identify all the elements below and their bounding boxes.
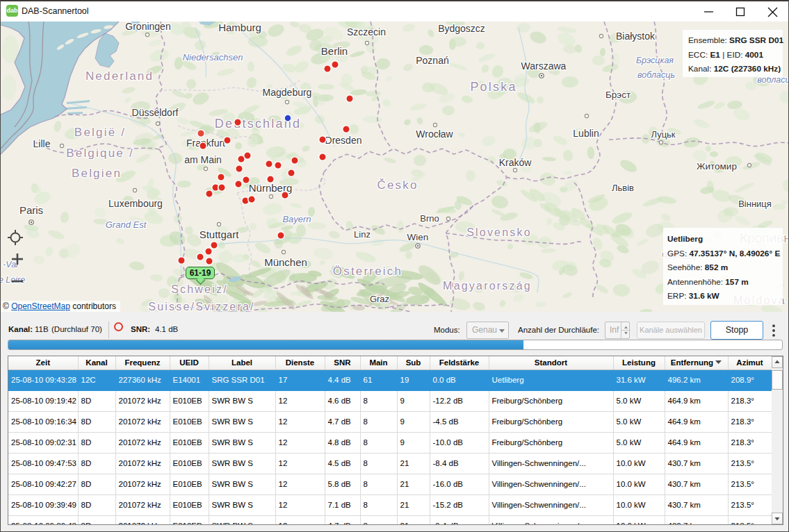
svg-text:Grand Est: Grand Est (106, 219, 147, 230)
svg-text:België /: België / (74, 126, 126, 139)
svg-text:Житомир: Житомир (697, 161, 737, 172)
svg-text:Białystok: Białystok (616, 31, 656, 42)
svg-text:-Val: -Val (3, 260, 19, 269)
svg-text:am Main: am Main (184, 154, 222, 165)
svg-text:Szczecin: Szczecin (347, 26, 386, 38)
svg-text:Niedersachsen: Niedersachsen (183, 52, 243, 63)
svg-text:Lublin: Lublin (573, 128, 599, 139)
svg-text:Österreich: Österreich (333, 265, 402, 278)
svg-text:Belgique /: Belgique / (66, 147, 134, 160)
svg-text:München: München (264, 256, 307, 268)
svg-text:Львів: Львів (612, 183, 634, 193)
svg-text:Lille: Lille (33, 138, 51, 149)
svg-text:Брэсцкая: Брэсцкая (636, 56, 674, 65)
svg-text:Polska: Polska (470, 80, 516, 94)
svg-text:вобласць: вобласць (637, 70, 675, 80)
svg-text:Bayern: Bayern (282, 214, 311, 224)
svg-text:Luxembourg: Luxembourg (108, 198, 163, 209)
svg-text:Schweiz/: Schweiz/ (171, 283, 228, 295)
svg-text:Луцьк: Луцьк (651, 129, 675, 140)
svg-text:Graz: Graz (370, 294, 389, 304)
svg-text:Česko: Česko (377, 178, 418, 192)
svg-text:Wrocław: Wrocław (416, 128, 453, 140)
svg-text:Вінниця: Вінниця (738, 199, 772, 209)
svg-text:Düsseldorf: Düsseldorf (132, 107, 179, 118)
svg-text:Wien: Wien (407, 232, 429, 242)
svg-text:Hamburg: Hamburg (218, 22, 261, 33)
svg-text:Brno: Brno (420, 213, 439, 224)
svg-text:Nederland: Nederland (86, 69, 154, 83)
svg-text:Groningen: Groningen (125, 22, 170, 32)
svg-text:Stuttgart: Stuttgart (200, 228, 240, 240)
svg-text:Poznań: Poznań (416, 55, 448, 66)
svg-text:Linz: Linz (354, 229, 371, 240)
svg-text:e Loire: e Loire (1, 275, 25, 285)
svg-text:Slovensko: Slovensko (466, 226, 532, 238)
svg-text:Warszawa: Warszawa (521, 60, 567, 72)
svg-text:Kraków: Kraków (499, 157, 532, 168)
svg-text:Magyarország: Magyarország (443, 280, 532, 292)
svg-text:Paris: Paris (19, 204, 43, 216)
svg-text:Magdeburg: Magdeburg (263, 87, 312, 98)
svg-text:Berlin: Berlin (321, 45, 348, 57)
svg-text:Брэст: Брэст (605, 90, 631, 100)
svg-text:Belgien: Belgien (72, 167, 122, 180)
svg-text:Bydgoszcz: Bydgoszcz (438, 23, 485, 34)
svg-text:Dresden: Dresden (325, 135, 362, 146)
svg-text:Suisse/Svizzera/: Suisse/Svizzera/ (148, 301, 254, 312)
